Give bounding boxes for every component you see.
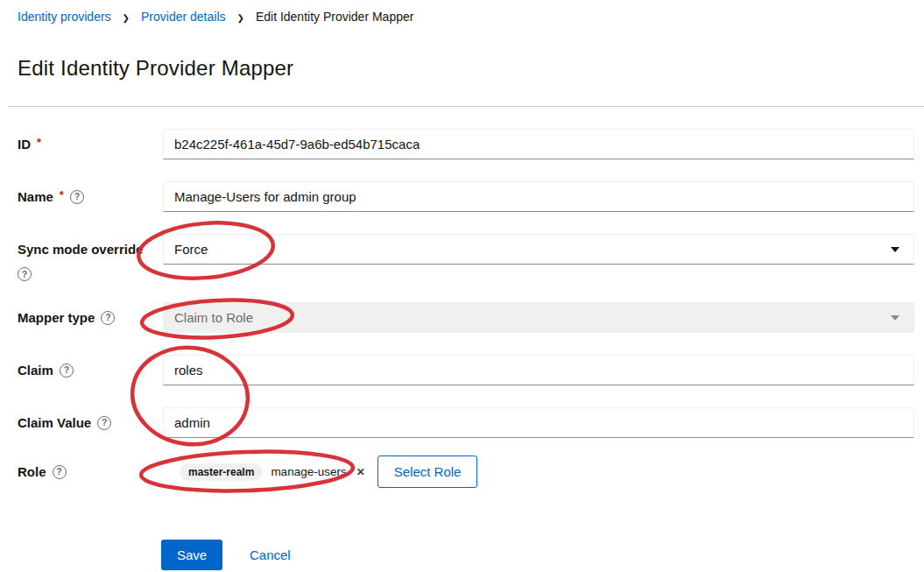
breadcrumb-link-identity-providers[interactable]: Identity providers xyxy=(18,10,111,24)
help-icon[interactable]: ? xyxy=(53,465,67,479)
breadcrumb-current-page: Edit Identity Provider Mapper xyxy=(256,10,414,24)
role-chip-badge: master-realm xyxy=(180,463,263,481)
role-label-cell: Role ? xyxy=(18,456,163,487)
claim-input[interactable] xyxy=(163,355,914,385)
role-field-row: Role ? master-realm manage-users ✕ Selec… xyxy=(18,455,914,488)
help-icon[interactable]: ? xyxy=(101,311,115,325)
sync-mode-override-label-cell: Sync mode override ? xyxy=(18,234,163,265)
breadcrumb-separator-icon: ❯ xyxy=(123,13,130,23)
page-title: Edit Identity Provider Mapper xyxy=(18,56,293,81)
breadcrumb-separator-icon: ❯ xyxy=(237,13,244,23)
sync-mode-override-value: Force xyxy=(174,242,208,257)
name-label: Name xyxy=(18,181,53,212)
mapper-type-label: Mapper type xyxy=(18,302,95,333)
help-icon[interactable]: ? xyxy=(60,364,74,378)
id-input[interactable] xyxy=(163,129,914,159)
name-input[interactable] xyxy=(163,181,914,212)
name-field-row: Name * ? xyxy=(18,181,914,212)
sync-mode-override-row: Sync mode override ? Force xyxy=(18,234,914,265)
claim-field-row: Claim ? xyxy=(18,355,914,385)
caret-down-icon xyxy=(891,247,899,252)
claim-label-cell: Claim ? xyxy=(18,355,163,385)
mapper-type-label-cell: Mapper type ? xyxy=(18,302,163,333)
close-icon: ✕ xyxy=(356,466,365,478)
mapper-type-value: Claim to Role xyxy=(174,310,253,325)
claim-label: Claim xyxy=(18,355,53,385)
id-label-cell: ID * xyxy=(18,129,163,159)
help-icon[interactable]: ? xyxy=(97,416,111,430)
required-asterisk: * xyxy=(60,188,64,201)
role-label: Role xyxy=(18,456,46,487)
required-asterisk: * xyxy=(37,136,41,149)
title-divider xyxy=(9,106,924,107)
claim-value-input[interactable] xyxy=(163,407,914,438)
save-button[interactable]: Save xyxy=(161,540,222,570)
cancel-link[interactable]: Cancel xyxy=(250,547,291,562)
role-chip: master-realm manage-users ✕ xyxy=(180,463,367,481)
chip-remove-button[interactable]: ✕ xyxy=(355,467,367,477)
claim-value-label-cell: Claim Value ? xyxy=(18,407,163,438)
help-icon[interactable]: ? xyxy=(70,190,84,204)
select-role-button[interactable]: Select Role xyxy=(377,455,478,488)
edit-identity-provider-mapper-page: Identity providers ❯ Provider details ❯ … xyxy=(0,0,924,572)
mapper-type-row: Mapper type ? Claim to Role xyxy=(18,302,914,333)
sync-mode-override-label: Sync mode override xyxy=(18,234,143,265)
sync-mode-override-select[interactable]: Force xyxy=(163,234,914,265)
id-label: ID xyxy=(18,129,31,159)
form-actions: Save Cancel xyxy=(161,540,291,570)
claim-value-field-row: Claim Value ? xyxy=(18,407,914,438)
breadcrumb-link-provider-details[interactable]: Provider details xyxy=(141,10,226,24)
role-chip-name: manage-users xyxy=(271,465,346,478)
caret-down-icon xyxy=(891,315,899,321)
mapper-type-select: Claim to Role xyxy=(163,302,914,333)
id-field-row: ID * xyxy=(18,129,914,159)
claim-value-label: Claim Value xyxy=(18,407,91,438)
help-icon[interactable]: ? xyxy=(18,267,32,281)
breadcrumb: Identity providers ❯ Provider details ❯ … xyxy=(18,10,413,24)
name-label-cell: Name * ? xyxy=(18,181,163,212)
